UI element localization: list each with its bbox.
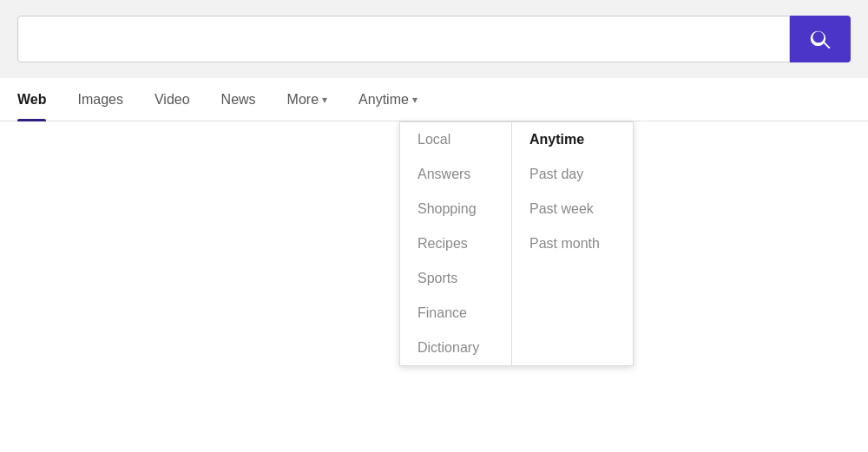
search-input-wrapper: "macbook air" site:gov filetype:pdf lang…	[17, 16, 790, 62]
dropdown-item-recipes[interactable]: Recipes	[400, 226, 511, 261]
dropdown-item-anytime[interactable]: Anytime	[512, 122, 633, 157]
search-bar-area: "macbook air" site:gov filetype:pdf lang…	[0, 0, 868, 78]
tab-images[interactable]: Images	[62, 78, 138, 121]
dropdown-item-dictionary[interactable]: Dictionary	[400, 331, 511, 365]
dropdown-item-local[interactable]: Local	[400, 122, 511, 157]
dropdown-item-shopping[interactable]: Shopping	[400, 192, 511, 226]
dropdown-item-past-day[interactable]: Past day	[512, 157, 633, 192]
tab-news[interactable]: News	[206, 78, 272, 121]
dropdown-item-answers[interactable]: Answers	[400, 157, 511, 192]
search-button[interactable]	[790, 16, 851, 62]
more-dropdown: Local Answers Shopping Recipes Sports Fi…	[399, 121, 512, 366]
tab-video[interactable]: Video	[139, 78, 206, 121]
dropdown-container: Local Answers Shopping Recipes Sports Fi…	[399, 121, 634, 366]
tab-more[interactable]: More ▾	[272, 78, 343, 121]
nav-tabs: Web Images Video News More ▾ Anytime ▾ L…	[0, 78, 868, 121]
tab-web[interactable]: Web	[17, 78, 62, 121]
anytime-chevron-icon: ▾	[412, 94, 418, 106]
dropdown-item-finance[interactable]: Finance	[400, 296, 511, 331]
more-chevron-icon: ▾	[322, 94, 327, 106]
tab-anytime[interactable]: Anytime ▾	[343, 78, 433, 121]
dropdown-item-past-week[interactable]: Past week	[512, 192, 633, 226]
search-input[interactable]: "macbook air" site:gov filetype:pdf lang…	[32, 28, 775, 50]
dropdown-item-sports[interactable]: Sports	[400, 261, 511, 296]
dropdown-item-past-month[interactable]: Past month	[512, 226, 633, 261]
anytime-dropdown: Anytime Past day Past week Past month	[512, 121, 634, 366]
search-icon	[809, 28, 832, 50]
